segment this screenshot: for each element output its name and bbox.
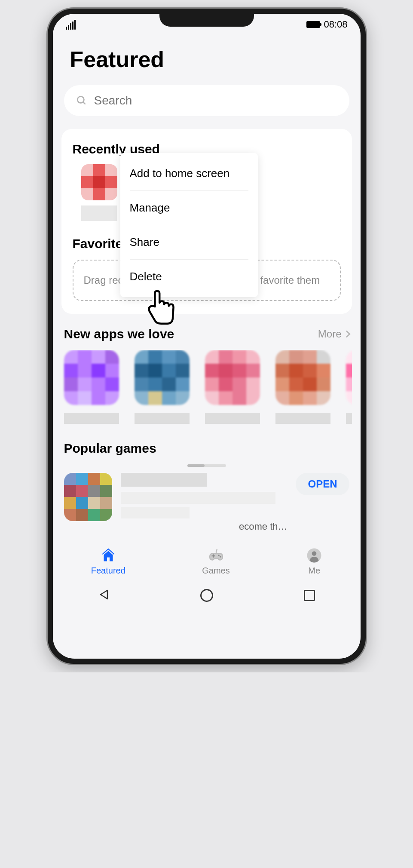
recent-app-icon bbox=[81, 164, 117, 200]
bottom-tab-bar: Featured Games Me bbox=[53, 541, 361, 579]
svg-line-1 bbox=[83, 102, 85, 104]
carousel-indicator bbox=[187, 464, 226, 467]
app-item[interactable] bbox=[135, 350, 190, 424]
app-icon bbox=[64, 350, 119, 405]
popular-game-name bbox=[121, 473, 207, 487]
hand-cursor-icon bbox=[144, 288, 177, 327]
menu-add-to-home[interactable]: Add to home screen bbox=[120, 156, 258, 190]
app-item[interactable] bbox=[64, 350, 119, 424]
popular-game-meta2 bbox=[121, 507, 190, 518]
app-label bbox=[346, 413, 352, 424]
new-apps-more-link[interactable]: More bbox=[318, 328, 349, 340]
popular-game-icon bbox=[64, 473, 112, 521]
search-icon bbox=[76, 95, 87, 106]
app-item[interactable] bbox=[346, 350, 352, 424]
app-label bbox=[64, 413, 119, 424]
home-icon bbox=[101, 548, 116, 563]
svg-point-0 bbox=[77, 96, 84, 103]
popular-games-title: Popular games bbox=[64, 441, 156, 456]
menu-manage[interactable]: Manage bbox=[120, 191, 258, 225]
app-label bbox=[205, 413, 260, 424]
battery-icon bbox=[306, 21, 320, 28]
signal-icon bbox=[66, 20, 76, 30]
person-icon bbox=[306, 548, 322, 563]
app-icon bbox=[205, 350, 260, 405]
svg-rect-3 bbox=[213, 554, 214, 558]
nav-home-button[interactable] bbox=[200, 589, 213, 602]
more-label: More bbox=[318, 328, 342, 340]
status-time: 08:08 bbox=[324, 19, 347, 30]
gamepad-icon bbox=[208, 548, 224, 563]
app-icon bbox=[346, 350, 352, 405]
system-nav-bar bbox=[53, 579, 361, 614]
menu-delete[interactable]: Delete bbox=[120, 260, 258, 294]
tab-me[interactable]: Me bbox=[306, 548, 322, 576]
app-label bbox=[275, 413, 330, 424]
context-menu: Add to home screen Manage Share Delete bbox=[120, 153, 258, 297]
menu-share[interactable]: Share bbox=[120, 225, 258, 259]
new-apps-row[interactable] bbox=[61, 350, 352, 424]
app-icon bbox=[135, 350, 190, 405]
chevron-right-icon bbox=[343, 331, 350, 338]
popular-game-item[interactable]: ecome th… OPEN bbox=[61, 473, 352, 532]
app-item[interactable] bbox=[275, 350, 330, 424]
recent-favorites-card: Recently used Add to home screen Manage … bbox=[61, 129, 352, 314]
svg-point-4 bbox=[218, 555, 220, 556]
svg-point-5 bbox=[219, 556, 221, 558]
open-button[interactable]: OPEN bbox=[296, 473, 349, 495]
tab-featured[interactable]: Featured bbox=[91, 548, 125, 576]
recent-app-item[interactable] bbox=[81, 164, 124, 221]
nav-recent-button[interactable] bbox=[304, 590, 315, 601]
app-label bbox=[135, 413, 190, 424]
tab-games[interactable]: Games bbox=[202, 548, 229, 576]
svg-point-7 bbox=[312, 551, 317, 556]
tab-me-label: Me bbox=[308, 566, 320, 576]
tab-games-label: Games bbox=[202, 566, 229, 576]
search-input[interactable] bbox=[94, 94, 337, 107]
search-bar[interactable] bbox=[64, 85, 349, 116]
nav-back-button[interactable] bbox=[98, 589, 110, 602]
popular-game-meta bbox=[121, 492, 275, 504]
app-icon bbox=[275, 350, 330, 405]
app-item[interactable] bbox=[205, 350, 260, 424]
page-title: Featured bbox=[70, 46, 343, 72]
new-apps-title: New apps we love bbox=[64, 327, 174, 341]
popular-game-description: ecome th… bbox=[121, 521, 288, 532]
recent-app-label bbox=[81, 205, 117, 221]
triangle-back-icon bbox=[98, 589, 110, 601]
tab-featured-label: Featured bbox=[91, 566, 125, 576]
